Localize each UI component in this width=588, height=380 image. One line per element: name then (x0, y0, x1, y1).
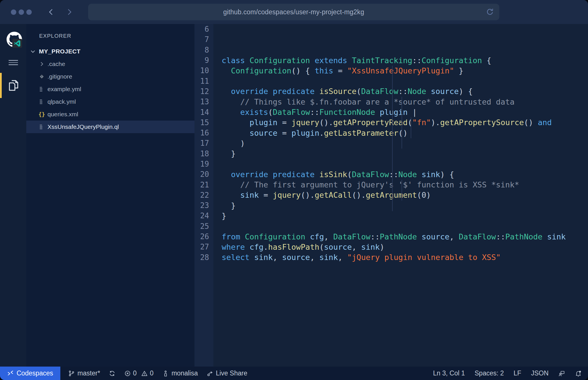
code-line-19[interactable]: 19 (194, 159, 588, 169)
code-line-7[interactable]: 7 (194, 34, 588, 45)
code-line-12[interactable]: 12 override predicate isSource(DataFlow:… (194, 86, 588, 97)
code-text: class Configuration extends TaintTrackin… (213, 56, 588, 65)
tree-item-queries-xml[interactable]: {}queries.xml (26, 108, 194, 121)
code-line-8[interactable]: 8 (194, 45, 588, 55)
code-line-18[interactable]: 18 } (194, 149, 588, 159)
address-bar[interactable]: github.com/codespaces/user-my-project-mg… (88, 4, 499, 20)
file-tree: .cache.gitignoreexample.ymlqlpack.yml{}q… (26, 58, 194, 133)
line-number: 10 (194, 66, 213, 75)
tree-item--cache[interactable]: .cache (26, 58, 194, 70)
status-branch-label: master* (78, 369, 100, 377)
refresh-icon[interactable] (486, 8, 494, 16)
window-close-button[interactable] (11, 9, 16, 15)
line-number: 9 (194, 56, 213, 65)
code-text: // The first argument to jQuery's '$' fu… (213, 180, 588, 189)
explorer-header: EXPLORER (26, 33, 194, 39)
code-line-15[interactable]: 15 plugin = jquery().getAPropertyRead("f… (194, 117, 588, 128)
explorer-files-icon[interactable] (7, 79, 20, 93)
code-line-27[interactable]: 27where cfg.hasFlowPath(source, sink) (194, 242, 588, 252)
code-line-21[interactable]: 21 // The first argument to jQuery's '$'… (194, 179, 588, 190)
activity-bar (0, 24, 26, 367)
back-button[interactable] (47, 8, 55, 16)
file-icon (39, 86, 45, 92)
status-language-mode-label: JSON (531, 369, 549, 377)
code-line-25[interactable]: 25 (194, 221, 588, 231)
live-share-icon (206, 370, 213, 377)
line-number: 23 (194, 201, 213, 210)
status-account[interactable]: monalisa (158, 367, 202, 380)
code-line-23[interactable]: 23 } (194, 200, 588, 211)
status-bar-right: Ln 3, Col 1Spaces: 2LFJSON (428, 367, 588, 380)
line-number: 12 (194, 87, 213, 96)
status-live-share[interactable]: Live Share (202, 367, 252, 380)
line-number: 8 (194, 46, 213, 54)
tree-root-my-project[interactable]: MY_PROJECT (26, 45, 194, 58)
bell-dot-icon (575, 370, 582, 377)
line-number: 11 (194, 77, 213, 85)
code-text: // Things like $.fn.foobar are a *source… (213, 97, 588, 106)
status-sync[interactable] (104, 367, 120, 380)
error-icon (124, 370, 131, 377)
menu-icon[interactable] (9, 60, 18, 65)
code-line-14[interactable]: 14 exists(DataFlow::FunctionNode plugin … (194, 107, 588, 117)
indent-guide (402, 180, 402, 201)
chevron-down-icon (30, 48, 36, 55)
tree-item-label: queries.xml (47, 111, 78, 118)
code-line-13[interactable]: 13 // Things like $.fn.foobar are a *sou… (194, 97, 588, 107)
code-text: where cfg.hasFlowPath(source, sink) (213, 243, 588, 251)
tree-item-label: .cache (47, 61, 65, 67)
code-line-28[interactable]: 28select sink, source, sink, "jQuery plu… (194, 252, 588, 263)
line-number: 14 (194, 108, 213, 117)
status-bar-left: Codespacesmaster*00monalisaLive Share (0, 367, 252, 380)
indent-guide (411, 117, 411, 138)
window-minimize-button[interactable] (19, 9, 24, 15)
workbench: EXPLORER MY_PROJECT .cache.gitignoreexam… (0, 24, 588, 367)
status-eol[interactable]: LF (509, 367, 526, 380)
chevron-right-icon (39, 61, 45, 67)
error-count: 0 (133, 369, 137, 377)
status-account-label: monalisa (172, 369, 198, 377)
code-line-20[interactable]: 20 override predicate isSink(DataFlow::N… (194, 169, 588, 179)
git-file-icon (39, 73, 45, 80)
line-number: 22 (194, 191, 213, 199)
code-line-16[interactable]: 16 source = plugin.getLastParameter() (194, 128, 588, 138)
status-codespaces[interactable]: Codespaces (0, 367, 60, 380)
status-language-mode[interactable]: JSON (526, 367, 553, 380)
code-text: } (213, 149, 588, 158)
code-text: } (213, 211, 588, 220)
tree-item-example-yml[interactable]: example.yml (26, 83, 194, 95)
code-line-6[interactable]: 6 (194, 24, 588, 34)
tree-item-qlpack-yml[interactable]: qlpack.yml (26, 95, 194, 108)
tree-item-xssunsafejqueryplugin-ql[interactable]: XssUnsafeJQueryPlugin.ql (26, 121, 194, 133)
status-eol-label: LF (514, 369, 521, 377)
line-number: 27 (194, 243, 213, 251)
line-number: 24 (194, 211, 213, 220)
code-line-24[interactable]: 24} (194, 211, 588, 221)
person-icon (162, 370, 169, 377)
code-line-17[interactable]: 17 ) (194, 138, 588, 148)
status-feedback[interactable] (553, 367, 570, 380)
code-line-10[interactable]: 10 Configuration() { this = "XssUnsafeJQ… (194, 65, 588, 76)
file-icon (39, 99, 45, 105)
line-number: 17 (194, 139, 213, 147)
status-branch[interactable]: master* (64, 367, 104, 380)
tree-item--gitignore[interactable]: .gitignore (26, 70, 194, 83)
code-editor[interactable]: 6789class Configuration extends TaintTra… (194, 24, 588, 367)
line-number: 28 (194, 253, 213, 262)
line-number: 6 (194, 25, 213, 33)
status-indentation[interactable]: Spaces: 2 (470, 367, 509, 380)
status-problems[interactable]: 00 (120, 367, 158, 380)
code-line-22[interactable]: 22 sink = jquery().getACall().getArgumen… (194, 190, 588, 200)
line-number: 13 (194, 97, 213, 106)
tree-item-label: example.yml (47, 86, 81, 93)
tree-item-label: qlpack.yml (47, 98, 76, 105)
code-line-9[interactable]: 9class Configuration extends TaintTracki… (194, 55, 588, 65)
status-notifications[interactable] (570, 367, 588, 380)
status-cursor-position[interactable]: Ln 3, Col 1 (428, 367, 470, 380)
browser-topbar: github.com/codespaces/user-my-project-mg… (0, 0, 588, 24)
window-maximize-button[interactable] (26, 9, 32, 15)
url-text: github.com/codespaces/user-my-project-mg… (223, 8, 364, 16)
code-line-26[interactable]: 26from Configuration cfg, DataFlow::Path… (194, 231, 588, 242)
code-line-11[interactable]: 11 (194, 76, 588, 86)
forward-button[interactable] (66, 8, 73, 16)
